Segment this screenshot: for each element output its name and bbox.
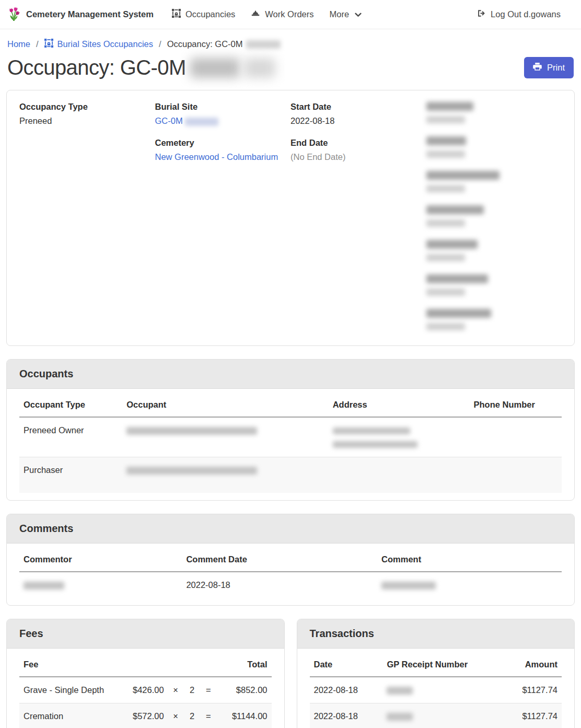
top-navbar: Cemetery Management System Occupancies (0, 0, 581, 29)
redacted-field (426, 309, 562, 330)
column-header: Address (329, 392, 470, 417)
fee-price-cell: $572.00 (123, 703, 168, 728)
logout-icon (477, 9, 486, 20)
transaction-date-cell: 2022-08-18 (310, 677, 383, 703)
column-header: Amount (498, 652, 562, 677)
fees-title: Fees (7, 619, 284, 649)
breadcrumb-current: Occupancy: GC-0M (167, 39, 281, 49)
burial-site-link[interactable]: GC-0M (155, 116, 183, 125)
tulip-logo-icon (7, 6, 21, 24)
occupancy-detail-card: Occupancy Type Preneed Burial Site GC-0M… (6, 90, 575, 346)
comments-section: Comments Commentor Comment Date Comment … (6, 514, 575, 606)
transactions-section: Transactions Date GP Receipt Number Amou… (297, 619, 575, 728)
comments-table: Commentor Comment Date Comment 2022-08-1… (19, 547, 562, 598)
redacted-text (333, 427, 410, 434)
column-header: Occupant Type (19, 392, 122, 417)
gp-receipt-cell (382, 677, 498, 703)
breadcrumb-separator: / (159, 39, 161, 49)
redacted-text (244, 58, 275, 78)
occupant-cell (122, 457, 328, 493)
occupants-table: Occupant Type Occupant Address Phone Num… (19, 392, 562, 493)
redacted-text (190, 58, 240, 78)
app-title: Cemetery Management System (26, 9, 154, 19)
occupants-title: Occupants (7, 360, 574, 389)
fee-name-cell: Grave - Single Depth (19, 677, 123, 703)
redacted-text (333, 441, 417, 448)
column-header: Occupant (122, 392, 328, 417)
occupancy-frame-icon (172, 9, 181, 20)
redacted-text (387, 687, 413, 695)
transaction-amount-cell: $1127.74 (498, 677, 562, 703)
table-row: Preneed Owner (19, 417, 562, 457)
occupancy-type-label: Occupancy Type (19, 102, 155, 112)
redacted-text (126, 427, 257, 435)
column-header: Total (216, 652, 271, 677)
logout-link[interactable]: Log Out d.gowans (469, 5, 568, 24)
breadcrumb-separator: / (36, 39, 39, 49)
fee-times-cell: × (168, 703, 183, 728)
transaction-date-cell: 2022-08-18 (310, 703, 383, 728)
nav-label: Occupancies (185, 9, 235, 19)
table-row: 2022-08-18 $1127.74 (310, 703, 562, 728)
phone-cell (470, 457, 562, 493)
app-brand: Cemetery Management System (7, 6, 154, 24)
print-button[interactable]: Print (524, 57, 574, 78)
end-date-value: (No End Date) (290, 152, 426, 162)
redacted-field (426, 274, 562, 296)
breadcrumb-home[interactable]: Home (7, 39, 30, 49)
burial-site-label: Burial Site (155, 102, 291, 112)
occupancy-type-value: Preneed (19, 116, 155, 126)
address-cell (329, 457, 470, 493)
fee-price-cell: $426.00 (123, 677, 168, 703)
redacted-text (24, 582, 64, 590)
comment-cell (377, 572, 562, 598)
nav-item-work-orders[interactable]: Work Orders (243, 5, 321, 24)
redacted-field (426, 136, 562, 158)
logout-label: Log Out d.gowans (491, 9, 561, 19)
table-row: Grave - Single Depth $426.00 × 2 = $852.… (19, 677, 272, 703)
detail-column-1: Occupancy Type Preneed (19, 102, 155, 343)
redacted-text (387, 713, 413, 721)
fee-name-cell: Cremation (19, 703, 123, 728)
fees-table: Fee Total Grave - Single Depth $426.00 ×… (19, 652, 272, 728)
nav-item-occupancies[interactable]: Occupancies (164, 5, 243, 24)
occupancy-frame-icon (44, 39, 53, 50)
fee-equals-cell: = (201, 677, 216, 703)
column-header: Comment Date (182, 547, 377, 572)
comments-title: Comments (7, 514, 574, 544)
fees-transactions-row: Fees Fee Total Grave - Single Depth $426… (6, 619, 575, 728)
page-title: Occupancy: GC-0M (7, 56, 275, 79)
cemetery-link[interactable]: New Greenwood - Columbarium (155, 152, 278, 161)
printer-icon (533, 62, 542, 73)
occupant-type-cell: Preneed Owner (19, 417, 122, 457)
hardhat-icon (251, 9, 260, 20)
transaction-amount-cell: $1127.74 (498, 703, 562, 728)
table-row: Purchaser (19, 457, 562, 493)
redacted-text (246, 40, 281, 49)
column-header: Phone Number (470, 392, 562, 417)
redacted-text (381, 582, 436, 590)
fee-times-cell: × (168, 677, 183, 703)
redacted-field (426, 240, 562, 261)
start-date-value: 2022-08-18 (290, 116, 426, 126)
breadcrumb-burial-sites-occupancies[interactable]: Burial Sites Occupancies (44, 39, 153, 50)
redacted-field (426, 102, 562, 123)
start-date-label: Start Date (290, 102, 426, 112)
column-header: Fee (19, 652, 123, 677)
column-header: Date (310, 652, 383, 677)
address-cell (329, 417, 470, 457)
fee-qty-cell: 2 (183, 703, 201, 728)
end-date-label: End Date (290, 138, 426, 148)
fee-equals-cell: = (201, 703, 216, 728)
table-row: 2022-08-18 $1127.74 (310, 677, 562, 703)
redacted-field (426, 171, 562, 192)
phone-cell (470, 417, 562, 457)
column-header: GP Receipt Number (382, 652, 498, 677)
detail-column-2: Burial Site GC-0M Cemetery New Greenwood… (155, 102, 291, 343)
commentor-cell (19, 572, 182, 598)
detail-column-3: Start Date 2022-08-18 End Date (No End D… (290, 102, 426, 343)
transactions-title: Transactions (297, 619, 575, 649)
chevron-down-icon (355, 9, 362, 19)
fees-section: Fees Fee Total Grave - Single Depth $426… (6, 619, 285, 728)
nav-item-more[interactable]: More (322, 5, 370, 24)
